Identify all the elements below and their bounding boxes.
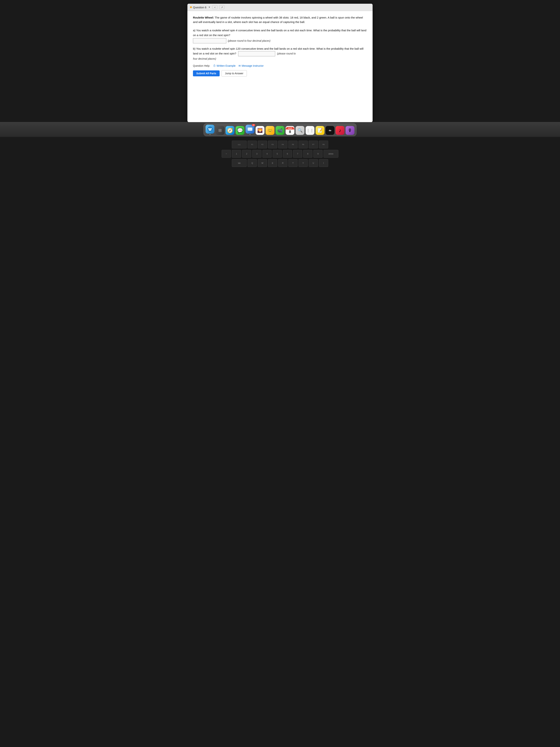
safari-icon: 🧭 [225, 126, 235, 135]
key-f5[interactable]: F5 [288, 140, 298, 148]
action-buttons-row: Submit All Parts Jump to Answer [193, 70, 367, 77]
part-a-label: a) [193, 29, 195, 32]
dock-item-notes[interactable]: 📝 [316, 126, 324, 135]
dock-item-reminders[interactable]: ⋮⋮ [305, 126, 315, 135]
key-9[interactable]: 9 [313, 150, 323, 158]
dock-container: ⊞ 🧭 💬 ✉️ 20 🌄 [0, 122, 560, 137]
key-f7[interactable]: F7 [309, 140, 318, 148]
part-a-placeholder: (please round to four decimal places) [228, 39, 270, 42]
keyboard-row-1: esc F1 F2 F3 F4 F5 F6 F7 F8 [232, 140, 328, 148]
keyboard-row-2: ~ 1 2 3 4 5 6 7 8 9 delete [222, 150, 338, 158]
mail-active-dot [250, 134, 250, 135]
key-y[interactable]: Y [298, 159, 308, 167]
status-dot [190, 6, 192, 8]
nav-back-button[interactable]: < [212, 5, 217, 9]
part-a-question: You watch a roulette wheel spin 4 consec… [193, 29, 366, 37]
finder-active-dot [210, 134, 210, 135]
svg-point-2 [210, 128, 212, 129]
key-i[interactable]: I [319, 159, 328, 167]
key-8[interactable]: 8 [303, 150, 313, 158]
calendar-icon: MAR 8 [286, 126, 294, 135]
key-tab[interactable]: tab [232, 159, 247, 167]
facetime-icon: 📹 [275, 126, 285, 135]
key-delete[interactable]: delete [323, 150, 338, 158]
mail-icon: ✉️ 20 [245, 125, 255, 134]
key-f4[interactable]: F4 [278, 140, 287, 148]
key-w[interactable]: W [258, 159, 267, 167]
svg-point-0 [207, 127, 213, 132]
part-a-input[interactable] [193, 38, 226, 43]
part-b-inline-input-wrap: (please round to [237, 52, 296, 55]
music-icon: ♪ [336, 126, 344, 135]
dock-item-memoji[interactable]: 😊 [266, 126, 274, 135]
key-e[interactable]: E [268, 159, 277, 167]
dock-item-safari[interactable]: 🧭 [225, 126, 235, 135]
dock-item-podcasts[interactable]: 🎙 [346, 126, 354, 135]
message-instructor-link[interactable]: ✉ Message instructor [239, 64, 264, 67]
document-icon: 🗒 [213, 64, 216, 67]
key-tilde[interactable]: ~ [222, 150, 231, 158]
appletv-label: étv [329, 129, 331, 132]
dock-item-finder[interactable] [206, 125, 214, 135]
chevron-down-icon: ▼ [208, 6, 211, 8]
svg-rect-3 [209, 129, 211, 131]
key-q[interactable]: Q [247, 159, 257, 167]
podcasts-icon: 🎙 [346, 126, 354, 135]
dock-item-messages[interactable]: 💬 [236, 126, 244, 135]
question-help-row: Question Help: 🗒 Written Example ✉ Messa… [193, 64, 367, 67]
key-f3[interactable]: F3 [268, 140, 277, 148]
message-instructor-label: Message instructor [242, 64, 264, 67]
key-f2[interactable]: F2 [258, 140, 267, 148]
dock: ⊞ 🧭 💬 ✉️ 20 🌄 [204, 123, 356, 136]
part-b-section: b) You watch a roulette wheel spin 120 c… [193, 46, 367, 61]
key-t[interactable]: T [288, 159, 298, 167]
key-u[interactable]: U [309, 159, 318, 167]
key-esc[interactable]: esc [232, 140, 247, 148]
key-2[interactable]: 2 [242, 150, 251, 158]
dock-item-facetime[interactable]: 📹 [275, 126, 285, 135]
key-3[interactable]: 3 [252, 150, 262, 158]
written-example-link[interactable]: 🗒 Written Example [213, 64, 236, 67]
keyboard-area: esc F1 F2 F3 F4 F5 F6 F7 F8 ~ 1 2 3 4 5 … [0, 137, 560, 189]
dock-item-photos[interactable]: 🌄 [256, 126, 264, 135]
content-area: Roulette Wheel: The game of roulette inv… [187, 11, 373, 122]
part-a-section: a) You watch a roulette wheel spin 4 con… [193, 28, 367, 43]
title-bar: Question 6 ▼ < ↗ [187, 4, 373, 11]
dock-item-calendar[interactable]: MAR 8 [286, 126, 294, 135]
problem-title: Roulette Wheel: [193, 16, 214, 19]
keyboard-row-3: tab Q W E R T Y U I [232, 159, 328, 167]
key-4[interactable]: 4 [262, 150, 272, 158]
part-a-text: a) You watch a roulette wheel spin 4 con… [193, 28, 367, 37]
key-f8[interactable]: F8 [319, 140, 328, 148]
written-example-label: Written Example [217, 64, 236, 67]
memoji-icon: 😊 [266, 126, 274, 135]
key-5[interactable]: 5 [273, 150, 282, 158]
messages-icon: 💬 [236, 126, 244, 135]
problem-description: Roulette Wheel: The game of roulette inv… [193, 16, 367, 24]
mail-badge: 20 [252, 124, 255, 126]
key-f6[interactable]: F6 [298, 140, 308, 148]
key-6[interactable]: 6 [283, 150, 292, 158]
key-1[interactable]: 1 [232, 150, 241, 158]
dock-item-mail[interactable]: ✉️ 20 [245, 125, 255, 135]
spotlight-icon: 🔍 [296, 126, 304, 135]
dock-item-launchpad[interactable]: ⊞ [216, 126, 224, 135]
photos-icon: 🌄 [256, 126, 264, 135]
key-7[interactable]: 7 [293, 150, 302, 158]
submit-all-parts-button[interactable]: Submit All Parts [193, 70, 220, 76]
jump-to-answer-button[interactable]: Jump to Answer [221, 70, 247, 77]
part-b-label: b) [193, 47, 195, 50]
key-r[interactable]: R [278, 159, 287, 167]
part-a-answer-row: (please round to four decimal places) [193, 38, 367, 43]
dock-item-appletv[interactable]: étv [325, 126, 335, 135]
key-f1[interactable]: F1 [247, 140, 257, 148]
part-b-input[interactable] [238, 51, 275, 56]
part-b-placeholder2: four decimal places) [193, 57, 216, 60]
nav-forward-button[interactable]: ↗ [219, 5, 224, 9]
part-b-continuation: four decimal places) [193, 56, 367, 61]
mail-icon: ✉ [239, 64, 241, 67]
dock-item-music[interactable]: ♪ [336, 126, 344, 135]
dock-item-spotlight[interactable]: 🔍 [296, 126, 304, 135]
launchpad-icon: ⊞ [216, 126, 224, 135]
svg-point-1 [208, 128, 210, 129]
